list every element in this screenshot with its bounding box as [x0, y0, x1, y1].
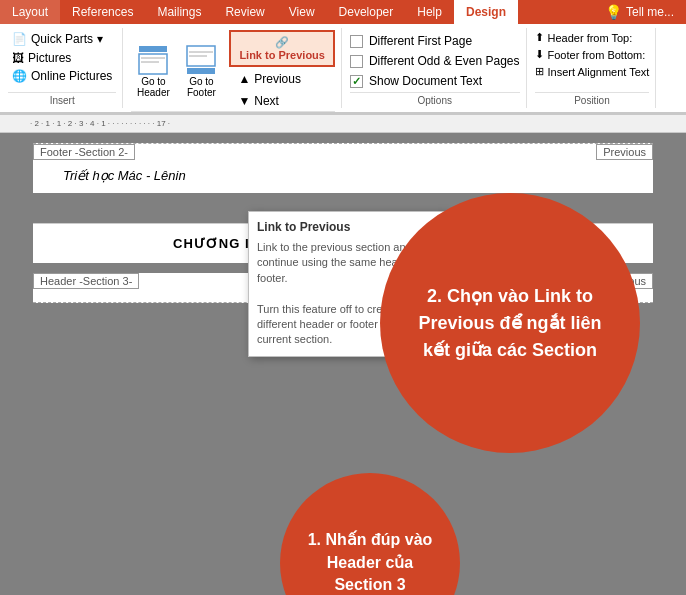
different-first-page-checkbox[interactable]: Different First Page — [350, 33, 472, 49]
footer-from-bottom-icon: ⬇ — [535, 48, 544, 61]
options-group-label: Options — [350, 92, 520, 106]
tab-bar: Layout References Mailings Review View D… — [0, 0, 686, 24]
tab-developer[interactable]: Developer — [327, 0, 406, 24]
svg-rect-1 — [139, 54, 167, 74]
link-prev-label: Link to Previous — [239, 49, 325, 61]
different-odd-even-checkbox[interactable]: Different Odd & Even Pages — [350, 53, 520, 69]
different-odd-even-box — [350, 55, 363, 68]
footer-section2-right-label: Previous — [596, 144, 653, 160]
nav-controls: 🔗 Link to Previous ▲ Previous ▼ Next — [229, 30, 335, 111]
show-document-text-box: ✓ — [350, 75, 363, 88]
lightbulb-icon: 💡 — [605, 4, 622, 20]
callout1-circle: 1. Nhấn đúp vào Header của Section 3 — [280, 473, 460, 595]
insert-alignment-label: Insert Alignment Text — [548, 66, 650, 78]
goto-header-label: Go to Header — [137, 76, 170, 98]
document-area: Footer -Section 2- Previous Triết học Má… — [0, 133, 686, 595]
quick-parts-label: Quick Parts — [31, 32, 93, 46]
options-group: Different First Page Different Odd & Eve… — [344, 28, 527, 108]
options-group-content: Different First Page Different Odd & Eve… — [350, 30, 520, 92]
header-from-top-icon: ⬆ — [535, 31, 544, 44]
footer-from-bottom-item[interactable]: ⬇ Footer from Bottom: — [535, 47, 646, 62]
previous-button[interactable]: ▲ Previous — [229, 69, 335, 89]
next-arrow-icon: ▼ — [238, 94, 250, 108]
goto-header-icon — [137, 44, 169, 76]
link-to-previous-button[interactable]: 🔗 Link to Previous — [229, 30, 335, 67]
goto-footer-label: Go to Footer — [187, 76, 216, 98]
pictures-icon: 🖼 — [12, 51, 24, 65]
goto-header-button[interactable]: Go to Header — [131, 39, 175, 103]
previous-arrow-icon: ▲ — [238, 72, 250, 86]
position-group: ⬆ Header from Top: ⬇ Footer from Bottom:… — [529, 28, 657, 108]
footer-section2: Footer -Section 2- Previous Triết học Má… — [33, 143, 653, 193]
tab-mailings[interactable]: Mailings — [145, 0, 213, 24]
show-document-text-label: Show Document Text — [369, 74, 482, 88]
navigation-group: Go to Header Go to Footer 🔗 Link to Prev… — [125, 28, 342, 108]
next-label: Next — [254, 94, 279, 108]
different-first-page-box — [350, 35, 363, 48]
online-pictures-icon: 🌐 — [12, 69, 27, 83]
ruler: · 2 · 1 · 1 · 2 · 3 · 4 · 1 · · · · · · … — [0, 115, 686, 133]
different-first-page-label: Different First Page — [369, 34, 472, 48]
tab-design[interactable]: Design — [454, 0, 518, 24]
insert-group-content: 📄 Quick Parts ▾ 🖼 Pictures 🌐 Online Pict… — [8, 30, 116, 92]
show-document-text-checkbox[interactable]: ✓ Show Document Text — [350, 73, 482, 89]
insert-group-label: Insert — [8, 92, 116, 106]
callout2-text: 2. Chọn vào Link to Previous để ngắt liê… — [410, 283, 610, 364]
next-button[interactable]: ▼ Next — [229, 91, 335, 111]
online-pictures-label: Online Pictures — [31, 69, 112, 83]
different-odd-even-label: Different Odd & Even Pages — [369, 54, 520, 68]
online-pictures-button[interactable]: 🌐 Online Pictures — [8, 68, 116, 84]
tab-help[interactable]: Help — [405, 0, 454, 24]
position-group-label: Position — [535, 92, 650, 106]
insert-alignment-item[interactable]: ⊞ Insert Alignment Text — [535, 64, 650, 79]
tell-me[interactable]: 💡 Tell me... — [593, 4, 686, 20]
callout1-text: 1. Nhấn đúp vào Header của Section 3 — [300, 529, 440, 595]
pictures-button[interactable]: 🖼 Pictures — [8, 50, 75, 66]
header-section3-label: Header -Section 3- — [33, 273, 139, 289]
goto-footer-icon — [185, 44, 217, 76]
quick-parts-icon: 📄 — [12, 32, 27, 46]
ruler-scale: · 2 · 1 · 1 · 2 · 3 · 4 · 1 · · · · · · … — [30, 119, 170, 128]
tab-review[interactable]: Review — [213, 0, 276, 24]
section2-area: Footer -Section 2- Previous Triết học Má… — [33, 143, 653, 193]
callout2-circle: 2. Chọn vào Link to Previous để ngắt liê… — [380, 193, 640, 453]
link-prev-icon: 🔗 — [275, 36, 289, 49]
header-from-top-item[interactable]: ⬆ Header from Top: — [535, 30, 633, 45]
ribbon-content: 📄 Quick Parts ▾ 🖼 Pictures 🌐 Online Pict… — [0, 24, 686, 114]
svg-rect-5 — [187, 68, 215, 74]
tooltip-title: Link to Previous — [257, 220, 439, 234]
insert-alignment-icon: ⊞ — [535, 65, 544, 78]
position-group-content: ⬆ Header from Top: ⬇ Footer from Bottom:… — [535, 30, 650, 92]
quick-parts-button[interactable]: 📄 Quick Parts ▾ — [8, 30, 107, 48]
header-from-top-label: Header from Top: — [548, 32, 633, 44]
quick-parts-arrow: ▾ — [97, 32, 103, 46]
previous-label: Previous — [254, 72, 301, 86]
tab-view[interactable]: View — [277, 0, 327, 24]
footer-text: Triết học Mác - Lênin — [53, 168, 633, 183]
checkmark-icon: ✓ — [352, 75, 361, 88]
footer-section2-label: Footer -Section 2- — [33, 144, 135, 160]
insert-group: 📄 Quick Parts ▾ 🖼 Pictures 🌐 Online Pict… — [2, 28, 123, 108]
pictures-label: Pictures — [28, 51, 71, 65]
tab-references[interactable]: References — [60, 0, 145, 24]
goto-buttons: Go to Header Go to Footer — [131, 39, 223, 103]
goto-footer-button[interactable]: Go to Footer — [179, 39, 223, 103]
navigation-group-content: Go to Header Go to Footer 🔗 Link to Prev… — [131, 30, 335, 111]
svg-rect-0 — [139, 46, 167, 52]
ribbon: 📄 Quick Parts ▾ 🖼 Pictures 🌐 Online Pict… — [0, 24, 686, 115]
tab-layout[interactable]: Layout — [0, 0, 60, 24]
footer-from-bottom-label: Footer from Bottom: — [548, 49, 646, 61]
